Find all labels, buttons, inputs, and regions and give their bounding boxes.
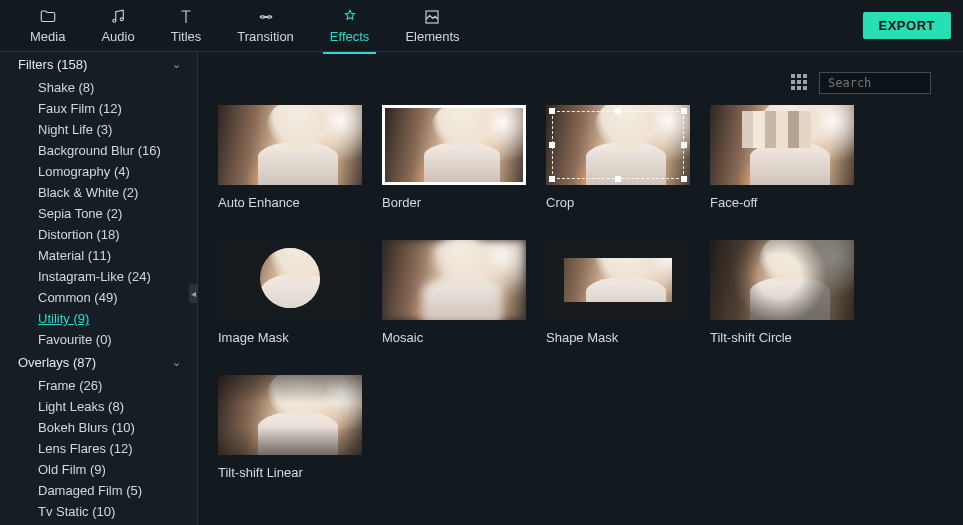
effect-item[interactable]: Mosaic — [382, 240, 526, 345]
effect-label: Tilt-shift Circle — [710, 330, 854, 345]
sidebar-group-label: Filters (158) — [18, 57, 87, 72]
sidebar-item[interactable]: Utility (9) — [0, 308, 197, 329]
svg-point-1 — [120, 17, 123, 20]
content-toolbar — [218, 68, 943, 97]
sidebar-item[interactable]: Background Blur (16) — [0, 140, 197, 161]
tab-label: Elements — [405, 29, 459, 44]
sidebar-item[interactable]: Old Film (9) — [0, 459, 197, 480]
sidebar-item[interactable]: Bokeh Blurs (10) — [0, 417, 197, 438]
effect-thumbnail — [218, 240, 362, 320]
effect-thumbnail — [546, 240, 690, 320]
tab-media[interactable]: Media — [12, 4, 83, 48]
effect-label: Crop — [546, 195, 690, 210]
effect-label: Tilt-shift Linear — [218, 465, 362, 480]
sidebar-item[interactable]: Night Life (3) — [0, 119, 197, 140]
grid-view-icon[interactable] — [791, 74, 809, 92]
tab-label: Media — [30, 29, 65, 44]
sidebar-group-label: Overlays (87) — [18, 355, 96, 370]
effect-item[interactable]: Border — [382, 105, 526, 210]
effect-item[interactable]: Shape Mask — [546, 240, 690, 345]
effect-label: Face-off — [710, 195, 854, 210]
sidebar-item[interactable]: Instagram-Like (24) — [0, 266, 197, 287]
export-button[interactable]: EXPORT — [863, 12, 951, 39]
sidebar-item[interactable]: Favourite (0) — [0, 329, 197, 350]
sidebar-collapse-toggle[interactable]: ◂ — [189, 284, 198, 303]
effect-label: Shape Mask — [546, 330, 690, 345]
effect-thumbnail — [382, 105, 526, 185]
sidebar-item[interactable]: Material (11) — [0, 245, 197, 266]
effect-thumbnail — [218, 105, 362, 185]
sidebar-item[interactable]: Frame (26) — [0, 375, 197, 396]
chevron-down-icon: ⌄ — [172, 58, 181, 71]
sidebar-item[interactable]: Distortion (18) — [0, 224, 197, 245]
sidebar-group[interactable]: Overlays (87)⌄ — [0, 350, 197, 375]
sidebar: ◂ Filters (158)⌄Shake (8)Faux Film (12)N… — [0, 52, 198, 525]
sidebar-item[interactable]: Tv Static (10) — [0, 501, 197, 522]
effect-label: Image Mask — [218, 330, 362, 345]
tab-label: Titles — [171, 29, 202, 44]
tab-elements[interactable]: Elements — [387, 4, 477, 48]
media-icon — [39, 8, 57, 26]
effect-item[interactable]: Tilt-shift Circle — [710, 240, 854, 345]
svg-point-0 — [113, 19, 116, 22]
transition-icon — [257, 8, 275, 26]
sidebar-item[interactable]: Shake (8) — [0, 77, 197, 98]
elements-icon — [423, 8, 441, 26]
effect-label: Auto Enhance — [218, 195, 362, 210]
titles-icon — [177, 8, 195, 26]
effect-label: Border — [382, 195, 526, 210]
tab-label: Effects — [330, 29, 370, 44]
effects-icon — [341, 8, 359, 26]
sidebar-item[interactable]: Lens Flares (12) — [0, 438, 197, 459]
tab-transition[interactable]: Transition — [219, 4, 312, 48]
tab-titles[interactable]: Titles — [153, 4, 220, 48]
effect-label: Mosaic — [382, 330, 526, 345]
chevron-down-icon: ⌄ — [172, 356, 181, 369]
effect-item[interactable]: Tilt-shift Linear — [218, 375, 362, 480]
sidebar-item[interactable]: Common (49) — [0, 287, 197, 308]
tab-effects[interactable]: Effects — [312, 4, 388, 48]
sidebar-group[interactable]: Filters (158)⌄ — [0, 52, 197, 77]
effect-thumbnail — [710, 105, 854, 185]
audio-icon — [109, 8, 127, 26]
effects-panel: Auto EnhanceBorderCropFace-offImage Mask… — [198, 52, 963, 525]
effect-thumbnail — [382, 240, 526, 320]
effect-item[interactable]: Crop — [546, 105, 690, 210]
effect-thumbnail — [546, 105, 690, 185]
effect-item[interactable]: Face-off — [710, 105, 854, 210]
tab-audio[interactable]: Audio — [83, 4, 152, 48]
sidebar-item[interactable]: Black & White (2) — [0, 182, 197, 203]
search-box[interactable] — [819, 72, 931, 94]
sidebar-item[interactable]: Sepia Tone (2) — [0, 203, 197, 224]
effect-item[interactable]: Image Mask — [218, 240, 362, 345]
sidebar-item[interactable]: Faux Film (12) — [0, 98, 197, 119]
sidebar-item[interactable]: Damaged Film (5) — [0, 480, 197, 501]
effect-thumbnail — [710, 240, 854, 320]
topbar-tabs: MediaAudioTitlesTransitionEffectsElement… — [12, 4, 478, 48]
tab-label: Audio — [101, 29, 134, 44]
effect-item[interactable]: Auto Enhance — [218, 105, 362, 210]
effect-thumbnail — [218, 375, 362, 455]
search-input[interactable] — [828, 76, 963, 90]
sidebar-item[interactable]: Lomography (4) — [0, 161, 197, 182]
topbar: MediaAudioTitlesTransitionEffectsElement… — [0, 0, 963, 52]
sidebar-item[interactable]: Light Leaks (8) — [0, 396, 197, 417]
tab-label: Transition — [237, 29, 294, 44]
